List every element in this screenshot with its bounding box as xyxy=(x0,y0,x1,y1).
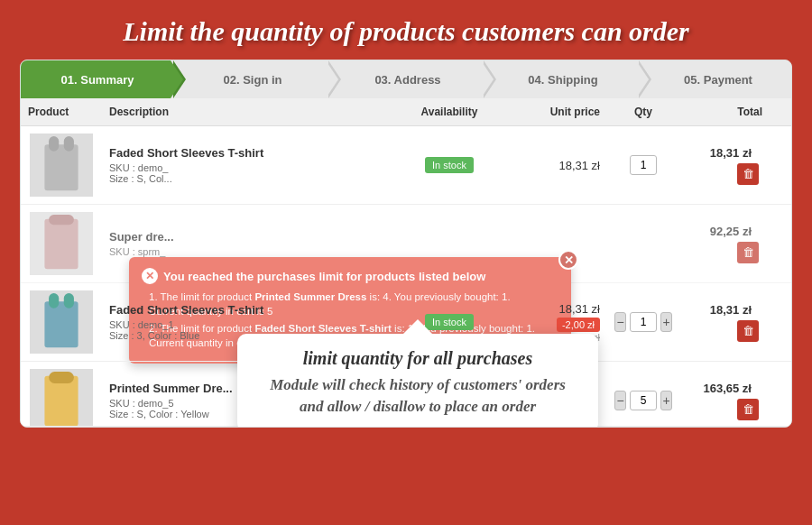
product-availability-col: In stock xyxy=(400,157,499,173)
qty-increase[interactable]: + xyxy=(660,312,672,332)
svg-rect-2 xyxy=(64,136,74,152)
qty-input[interactable] xyxy=(630,391,657,410)
main-container: 01. Summary 02. Sign in 03. Address 04. … xyxy=(20,60,792,428)
bottom-tooltip: limit quantity for all purchases Module … xyxy=(237,334,598,428)
step-payment[interactable]: 05. Payment xyxy=(636,60,791,98)
instock-badge: In stock xyxy=(425,157,474,173)
table-row: Super dre... SKU : sprm_ 92,25 zł 🗑 ✕ ✕ … xyxy=(21,205,791,283)
product-description-col: Super dre... SKU : sprm_ xyxy=(102,230,400,257)
product-name: Faded Short Sleeves T-shirt xyxy=(109,146,392,160)
delete-button[interactable]: 🗑 xyxy=(737,399,759,420)
svg-rect-3 xyxy=(44,218,78,269)
product-qty-col xyxy=(607,155,679,175)
product-image-col xyxy=(21,290,102,354)
product-image-col xyxy=(21,134,102,197)
product-image xyxy=(30,369,93,427)
tooltip-title: limit quantity for all purchases xyxy=(259,348,577,369)
unit-price: 18,31 zł xyxy=(506,302,600,316)
qty-increase[interactable]: + xyxy=(660,391,672,410)
unit-price: 18,31 zł xyxy=(506,159,600,172)
svg-rect-1 xyxy=(49,136,59,152)
qty-decrease[interactable]: − xyxy=(614,312,626,332)
table-header: Product Description Availability Unit pr… xyxy=(21,98,791,126)
delete-button[interactable]: 🗑 xyxy=(737,163,759,185)
product-sku: SKU : demo_1 xyxy=(109,319,392,330)
product-size: Size : S, Col... xyxy=(109,173,392,184)
product-total-col: 92,25 zł 🗑 xyxy=(679,225,770,263)
svg-rect-9 xyxy=(49,372,74,383)
total-value: 18,31 zł xyxy=(710,146,762,160)
col-unitprice: Unit price xyxy=(499,106,607,118)
instock-badge: In stock xyxy=(425,314,474,330)
qty-decrease[interactable]: − xyxy=(614,391,626,410)
qty-controls xyxy=(614,155,672,175)
svg-rect-7 xyxy=(64,293,74,309)
step-summary[interactable]: 01. Summary xyxy=(21,60,171,98)
product-price-col: 18,31 zł xyxy=(499,159,607,172)
qty-controls: − + xyxy=(614,391,672,410)
qty-controls: − + xyxy=(614,312,672,332)
product-image xyxy=(30,212,93,275)
product-description-col: Faded Short Sleeves T-shirt SKU : demo_ … xyxy=(102,146,400,184)
page-header: Limit the quantity of products customers… xyxy=(0,0,812,60)
qty-input[interactable] xyxy=(630,312,657,332)
delete-button[interactable]: 🗑 xyxy=(737,320,759,342)
tooltip-body: Module will check history of customers' … xyxy=(259,374,577,418)
product-total-col: 18,31 zł 🗑 xyxy=(679,303,770,342)
step-address[interactable]: 03. Address xyxy=(326,60,481,98)
svg-rect-5 xyxy=(44,301,78,347)
product-image xyxy=(30,134,93,197)
error-icon: ✕ xyxy=(142,268,158,284)
col-total: Total xyxy=(679,106,770,118)
col-availability: Availability xyxy=(400,106,499,118)
col-product: Product xyxy=(21,106,102,118)
page-title: Limit the quantity of products customers… xyxy=(18,16,794,47)
svg-rect-0 xyxy=(44,144,78,190)
discount-price: -2,00 zł xyxy=(557,318,600,332)
total-value: 18,31 zł xyxy=(710,303,762,317)
total-value: 163,65 zł xyxy=(704,382,763,395)
col-description: Description xyxy=(102,106,400,118)
svg-rect-6 xyxy=(49,293,59,309)
product-name: Super dre... xyxy=(109,230,392,244)
step-signin[interactable]: 02. Sign in xyxy=(171,60,326,98)
product-qty-col: − + xyxy=(607,312,679,332)
qty-input[interactable] xyxy=(630,155,657,175)
product-image xyxy=(30,290,93,354)
product-image-col xyxy=(21,212,102,275)
delete-button[interactable]: 🗑 xyxy=(737,242,759,263)
step-shipping[interactable]: 04. Shipping xyxy=(481,60,636,98)
product-qty-col: − + xyxy=(607,391,679,410)
steps-bar: 01. Summary 02. Sign in 03. Address 04. … xyxy=(21,60,791,98)
table-row: Faded Short Sleeves T-shirt SKU : demo_ … xyxy=(21,126,791,205)
product-sku: SKU : sprm_ xyxy=(109,246,392,257)
product-total-col: 163,65 zł 🗑 xyxy=(679,382,770,420)
svg-rect-4 xyxy=(49,215,74,225)
total-value: 92,25 zł xyxy=(710,225,762,238)
product-image-col xyxy=(21,369,102,427)
product-sku: SKU : demo_ xyxy=(109,162,392,173)
close-button[interactable]: ✕ xyxy=(558,250,578,270)
error-title: ✕ You reached the purchases limit for pr… xyxy=(142,268,544,284)
product-total-col: 18,31 zł 🗑 xyxy=(679,146,770,185)
col-qty: Qty xyxy=(607,106,679,118)
product-name: Faded Short Sleeves T-shirt xyxy=(109,303,392,317)
